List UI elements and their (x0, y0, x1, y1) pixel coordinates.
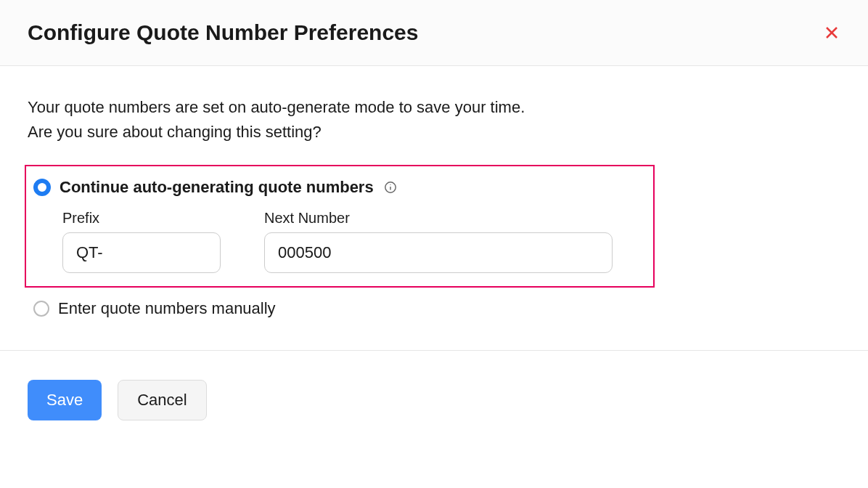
svg-point-4 (390, 184, 390, 185)
manual-label: Enter quote numbers manually (58, 299, 276, 318)
auto-generate-label: Continue auto-generating quote numbers (60, 178, 374, 197)
close-icon[interactable] (823, 24, 840, 41)
next-number-input[interactable] (264, 232, 613, 273)
description-line-2: Are you sure about changing this setting… (28, 123, 322, 141)
info-icon[interactable] (384, 181, 397, 194)
modal-footer: Save Cancel (0, 350, 868, 450)
fields-row: Prefix Next Number (62, 210, 646, 273)
manual-radio-row[interactable]: Enter quote numbers manually (33, 299, 840, 318)
radio-auto-generate[interactable] (33, 179, 51, 196)
description-line-1: Your quote numbers are set on auto-gener… (28, 98, 525, 116)
prefix-input[interactable] (62, 232, 221, 273)
radio-manual[interactable] (33, 301, 49, 317)
cancel-button[interactable]: Cancel (118, 380, 206, 420)
modal-body: Your quote numbers are set on auto-gener… (0, 66, 868, 318)
auto-generate-radio-row[interactable]: Continue auto-generating quote numbers (33, 178, 646, 197)
auto-generate-option-box: Continue auto-generating quote numbers P… (25, 165, 655, 288)
prefix-field: Prefix (62, 210, 221, 273)
next-number-field: Next Number (264, 210, 613, 273)
modal-title: Configure Quote Number Preferences (28, 20, 418, 45)
description-text: Your quote numbers are set on auto-gener… (28, 95, 840, 145)
modal-header: Configure Quote Number Preferences (0, 0, 868, 66)
options-group: Continue auto-generating quote numbers P… (28, 165, 840, 318)
save-button[interactable]: Save (28, 380, 102, 420)
next-number-label: Next Number (264, 210, 613, 227)
prefix-label: Prefix (62, 210, 221, 227)
